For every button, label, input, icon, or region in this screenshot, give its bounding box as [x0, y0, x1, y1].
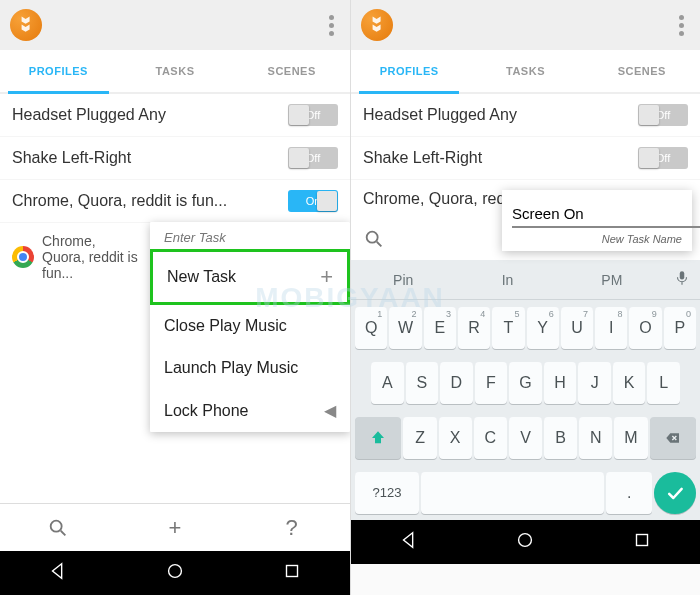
enter-task-menu: Enter Task New Task + Close Play Music L…	[150, 222, 350, 432]
key[interactable]: Q1	[355, 307, 387, 349]
menu-header: Enter Task	[150, 222, 350, 249]
add-button[interactable]: +	[117, 504, 234, 551]
tab-profiles[interactable]: PROFILES	[0, 50, 117, 92]
key[interactable]: M	[614, 417, 647, 459]
key[interactable]: B	[544, 417, 577, 459]
profile-label: Chrome, Quora, red	[363, 190, 505, 208]
menu-item-close-play-music[interactable]: Close Play Music	[150, 305, 350, 347]
key[interactable]: P0	[664, 307, 696, 349]
toggle[interactable]: Off	[638, 147, 688, 169]
search-button[interactable]	[0, 504, 117, 551]
tab-scenes[interactable]: SCENES	[233, 50, 350, 92]
key[interactable]: J	[578, 362, 611, 404]
svg-rect-3	[286, 566, 297, 577]
profile-label: Shake Left-Right	[363, 149, 482, 167]
tab-scenes[interactable]: SCENES	[584, 50, 700, 92]
profile-label: Headset Plugged Any	[12, 106, 166, 124]
tabs: PROFILES TASKS SCENES	[351, 50, 700, 94]
backspace-key[interactable]	[650, 417, 696, 459]
tab-profiles[interactable]: PROFILES	[351, 50, 467, 92]
period-key[interactable]: .	[606, 472, 652, 514]
key[interactable]: U7	[561, 307, 593, 349]
list-item[interactable]: Headset Plugged Any Off	[351, 94, 700, 137]
tab-tasks[interactable]: TASKS	[117, 50, 234, 92]
soft-keyboard: Pin In PM Q1W2E3R4T5Y6U7I8O9P0 ASDFGHJKL…	[351, 260, 700, 520]
key[interactable]: E3	[424, 307, 456, 349]
key[interactable]: N	[579, 417, 612, 459]
key[interactable]: V	[509, 417, 542, 459]
profile-label: Headset Plugged Any	[363, 106, 517, 124]
left-pane: PROFILES TASKS SCENES Headset Plugged An…	[0, 0, 350, 595]
tasker-logo-icon	[361, 9, 393, 41]
list-item[interactable]: Headset Plugged Any Off	[0, 94, 350, 137]
action-bar	[0, 0, 350, 50]
key[interactable]: R4	[458, 307, 490, 349]
menu-item-label: Lock Phone	[164, 402, 249, 420]
enter-key[interactable]	[654, 472, 696, 514]
toggle[interactable]: Off	[638, 104, 688, 126]
search-icon[interactable]	[363, 228, 385, 250]
android-navbar	[0, 551, 350, 595]
profile-context-label: Chrome, Quora, reddit is fun...	[42, 233, 142, 281]
key[interactable]: X	[439, 417, 472, 459]
key[interactable]: O9	[629, 307, 661, 349]
svg-line-1	[61, 530, 66, 535]
key[interactable]: K	[613, 362, 646, 404]
menu-item-lock-phone[interactable]: Lock Phone ◀	[150, 389, 350, 432]
key-row: Q1W2E3R4T5Y6U7I8O9P0	[351, 300, 700, 355]
prediction[interactable]: In	[455, 272, 559, 288]
right-pane: PROFILES TASKS SCENES Headset Plugged An…	[350, 0, 700, 595]
chevron-left-icon: ◀	[324, 401, 336, 420]
menu-item-new-task[interactable]: New Task +	[150, 249, 350, 305]
key[interactable]: F	[475, 362, 508, 404]
svg-rect-8	[636, 535, 647, 546]
overflow-icon[interactable]	[323, 9, 340, 42]
menu-item-label: Launch Play Music	[164, 359, 298, 377]
nav-back-icon[interactable]	[47, 560, 69, 586]
toggle[interactable]: Off	[288, 104, 338, 126]
key[interactable]: Y6	[527, 307, 559, 349]
toggle[interactable]: On	[288, 190, 338, 212]
mic-icon[interactable]	[664, 269, 700, 290]
nav-recent-icon[interactable]	[281, 560, 303, 586]
nav-recent-icon[interactable]	[631, 529, 653, 555]
key[interactable]: G	[509, 362, 542, 404]
key[interactable]: C	[474, 417, 507, 459]
nav-home-icon[interactable]	[164, 560, 186, 586]
chrome-icon	[12, 246, 34, 268]
profile-label: Shake Left-Right	[12, 149, 131, 167]
space-key[interactable]	[421, 472, 604, 514]
key-row: ?123 .	[351, 465, 700, 520]
nav-home-icon[interactable]	[514, 529, 536, 555]
profile-label: Chrome, Quora, reddit is fun...	[12, 192, 227, 210]
key[interactable]: L	[647, 362, 680, 404]
key-row: ASDFGHJKL	[351, 355, 700, 410]
overflow-icon[interactable]	[673, 9, 690, 42]
toggle[interactable]: Off	[288, 147, 338, 169]
list-item[interactable]: Shake Left-Right Off	[351, 137, 700, 180]
prediction[interactable]: PM	[560, 272, 664, 288]
shift-key[interactable]	[355, 417, 401, 459]
key[interactable]: A	[371, 362, 404, 404]
help-button[interactable]: ?	[233, 504, 350, 551]
tab-tasks[interactable]: TASKS	[467, 50, 583, 92]
svg-point-2	[169, 565, 182, 578]
key[interactable]: D	[440, 362, 473, 404]
menu-item-launch-play-music[interactable]: Launch Play Music	[150, 347, 350, 389]
key[interactable]: Z	[403, 417, 436, 459]
list-item[interactable]: Shake Left-Right Off	[0, 137, 350, 180]
nav-back-icon[interactable]	[398, 529, 420, 555]
plus-icon: +	[320, 264, 333, 290]
key[interactable]: T5	[492, 307, 524, 349]
key[interactable]: S	[406, 362, 439, 404]
key-row: ZXCVBNM	[351, 410, 700, 465]
list-item[interactable]: Chrome, Quora, reddit is fun... On	[0, 180, 350, 223]
tabs: PROFILES TASKS SCENES	[0, 50, 350, 94]
symbols-key[interactable]: ?123	[355, 472, 419, 514]
task-name-input[interactable]	[512, 201, 700, 228]
key[interactable]: I8	[595, 307, 627, 349]
prediction[interactable]: Pin	[351, 272, 455, 288]
key[interactable]: H	[544, 362, 577, 404]
key[interactable]: W2	[389, 307, 421, 349]
svg-line-5	[377, 242, 382, 247]
